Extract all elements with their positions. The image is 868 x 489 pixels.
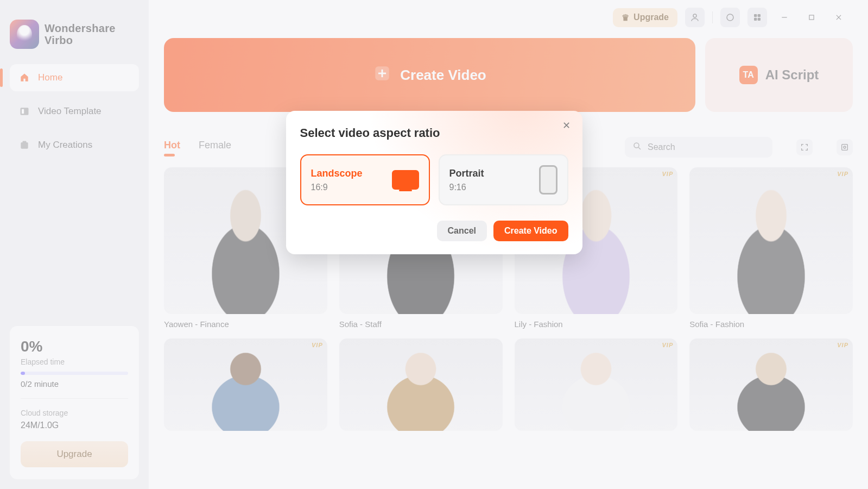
portrait-title: Portrait <box>449 168 484 179</box>
landscape-option[interactable]: Landscope 16:9 <box>300 154 430 205</box>
landscape-icon <box>392 170 419 190</box>
portrait-icon <box>539 165 557 195</box>
portrait-option[interactable]: Portrait 9:16 <box>439 154 568 205</box>
landscape-ratio: 16:9 <box>311 183 363 192</box>
aspect-ratio-modal: ✕ Select video aspect ratio Landscope 16… <box>286 111 582 254</box>
modal-close-button[interactable]: ✕ <box>560 118 574 133</box>
create-video-confirm-button[interactable]: Create Video <box>493 221 568 241</box>
modal-overlay[interactable]: ✕ Select video aspect ratio Landscope 16… <box>0 0 868 489</box>
cancel-button[interactable]: Cancel <box>437 221 487 241</box>
landscape-title: Landscope <box>311 168 363 179</box>
portrait-ratio: 9:16 <box>449 183 484 192</box>
modal-title: Select video aspect ratio <box>300 126 568 140</box>
